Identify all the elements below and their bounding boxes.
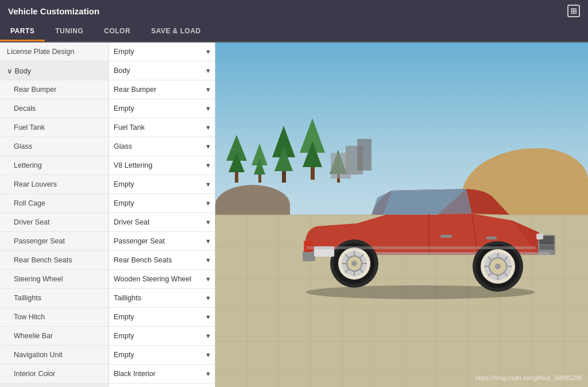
part-label: Fuel Tank — [0, 120, 109, 135]
part-value: Empty — [114, 351, 203, 359]
dropdown-arrow-icon: ▼ — [205, 143, 211, 150]
part-row[interactable]: DecalsEmpty▼ — [0, 99, 215, 118]
dropdown-arrow-icon: ▼ — [205, 162, 211, 169]
dropdown-arrow-icon: ▼ — [205, 314, 211, 320]
part-value: Driver Seat — [114, 218, 203, 226]
part-label: Roll Cage — [0, 196, 109, 211]
part-row[interactable]: Fuel TankFuel Tank▼ — [0, 118, 215, 137]
upload-icon[interactable]: ⊞ — [567, 5, 580, 17]
part-value: Rear Bumper — [114, 86, 203, 94]
part-value-cell[interactable]: Taillights▼ — [109, 289, 215, 307]
dropdown-arrow-icon: ▼ — [205, 276, 211, 282]
tab-save-load[interactable]: SAVE & LOAD — [141, 22, 211, 41]
dropdown-arrow-icon: ▼ — [205, 370, 211, 377]
part-row[interactable]: LetteringV8 Lettering▼ — [0, 156, 215, 175]
part-value-cell[interactable]: Black Interior▼ — [109, 365, 215, 383]
part-value: Passenger Seat — [114, 237, 203, 245]
main-content: License Plate DesignEmpty▼∨ BodyBody▼Rea… — [0, 42, 588, 387]
tab-bar: PARTS TUNING COLOR SAVE & LOAD — [0, 22, 588, 42]
part-value: Empty — [114, 313, 203, 321]
part-label: Driver Seat — [0, 215, 109, 230]
tab-color[interactable]: COLOR — [94, 22, 141, 41]
dropdown-arrow-icon: ▼ — [205, 351, 211, 358]
part-row[interactable]: Rear BumperRear Bumper▼ — [0, 80, 215, 99]
part-value: Wooden Steering Wheel — [114, 275, 203, 283]
part-value-cell[interactable]: Front Left Door▼ — [109, 384, 215, 387]
part-value: Body — [114, 67, 203, 75]
part-label: Decals — [0, 101, 109, 116]
svg-point-33 — [495, 264, 501, 269]
part-label: Taillights — [0, 291, 109, 305]
part-value-cell[interactable]: Fuel Tank▼ — [109, 118, 215, 137]
svg-rect-9 — [486, 237, 497, 239]
part-value-cell[interactable]: Empty▼ — [109, 308, 215, 326]
part-label: Glass — [0, 139, 109, 154]
part-row[interactable]: Navigation UnitEmpty▼ — [0, 346, 215, 365]
part-row[interactable]: Wheelie BarEmpty▼ — [0, 327, 215, 346]
dropdown-arrow-icon: ▼ — [205, 124, 211, 131]
part-row[interactable]: Passenger SeatPassenger Seat▼ — [0, 232, 215, 251]
svg-rect-4 — [539, 245, 554, 250]
svg-rect-8 — [440, 235, 452, 238]
part-value: Empty — [114, 199, 203, 207]
dropdown-arrow-icon: ▼ — [205, 48, 211, 55]
part-value-cell[interactable]: Empty▼ — [109, 175, 215, 194]
part-value-cell[interactable]: Body▼ — [109, 61, 215, 80]
part-row[interactable]: Tow HitchEmpty▼ — [0, 308, 215, 327]
car-display — [271, 140, 570, 301]
part-value-cell[interactable]: Empty▼ — [109, 42, 215, 61]
part-value-cell[interactable]: Empty▼ — [109, 99, 215, 118]
tab-parts[interactable]: PARTS — [0, 22, 45, 41]
part-value: Empty — [114, 332, 203, 340]
svg-rect-5 — [536, 234, 543, 239]
title-bar: Vehicle Customization ⊞ — [0, 0, 588, 22]
part-value-cell[interactable]: Rear Bumper▼ — [109, 80, 215, 99]
part-label: Navigation Unit — [0, 347, 109, 362]
dropdown-arrow-icon: ▼ — [205, 332, 211, 339]
part-label: License Plate Design — [0, 44, 109, 59]
watermark: https://blog.csdn.net/github_38885296 — [475, 374, 582, 381]
part-label: Passenger Seat — [0, 234, 109, 249]
part-value: Fuel Tank — [114, 123, 203, 131]
part-label: Rear Bumper — [0, 82, 109, 97]
app-title: Vehicle Customization — [8, 6, 99, 16]
part-value: Empty — [114, 105, 203, 113]
part-value-cell[interactable]: Empty▼ — [109, 194, 215, 212]
dropdown-arrow-icon: ▼ — [205, 105, 211, 112]
dropdown-arrow-icon: ▼ — [205, 295, 211, 301]
part-value-cell[interactable]: Empty▼ — [109, 327, 215, 345]
part-value: Empty — [114, 180, 203, 188]
part-value-cell[interactable]: Wooden Steering Wheel▼ — [109, 270, 215, 288]
part-row[interactable]: GlassGlass▼ — [0, 137, 215, 156]
part-value: V8 Lettering — [114, 161, 203, 169]
part-label: Wheelie Bar — [0, 328, 109, 343]
tab-tuning[interactable]: TUNING — [45, 22, 94, 41]
part-label: Rear Louvers — [0, 177, 109, 192]
part-value: Black Interior — [114, 370, 203, 378]
part-row[interactable]: Driver SeatDriver Seat▼ — [0, 213, 215, 232]
part-row[interactable]: License Plate DesignEmpty▼ — [0, 42, 215, 61]
part-value-cell[interactable]: Empty▼ — [109, 346, 215, 364]
part-value-cell[interactable]: Glass▼ — [109, 137, 215, 156]
part-row[interactable]: › Front Left DoorFront Left Door▼ — [0, 384, 215, 387]
part-value-cell[interactable]: V8 Lettering▼ — [109, 156, 215, 175]
part-label: Steering Wheel — [0, 272, 109, 287]
part-label: Tow Hitch — [0, 309, 109, 324]
part-value-cell[interactable]: Rear Bench Seats▼ — [109, 251, 215, 269]
part-row[interactable]: ∨ BodyBody▼ — [0, 61, 215, 80]
dropdown-arrow-icon: ▼ — [205, 181, 211, 188]
part-row[interactable]: Steering WheelWooden Steering Wheel▼ — [0, 270, 215, 289]
part-value: Empty — [114, 48, 203, 56]
part-value-cell[interactable]: Passenger Seat▼ — [109, 232, 215, 250]
part-row[interactable]: Rear Bench SeatsRear Bench Seats▼ — [0, 251, 215, 270]
part-value-cell[interactable]: Driver Seat▼ — [109, 213, 215, 231]
part-row[interactable]: Interior ColorBlack Interior▼ — [0, 365, 215, 384]
parts-panel: License Plate DesignEmpty▼∨ BodyBody▼Rea… — [0, 42, 215, 387]
part-row[interactable]: Rear LouversEmpty▼ — [0, 175, 215, 194]
car-svg — [271, 140, 570, 301]
svg-rect-34 — [303, 251, 315, 261]
part-row[interactable]: TaillightsTaillights▼ — [0, 289, 215, 308]
part-value: Rear Bench Seats — [114, 256, 203, 264]
part-label: ∨ Body — [0, 63, 109, 79]
part-row[interactable]: Roll CageEmpty▼ — [0, 194, 215, 213]
